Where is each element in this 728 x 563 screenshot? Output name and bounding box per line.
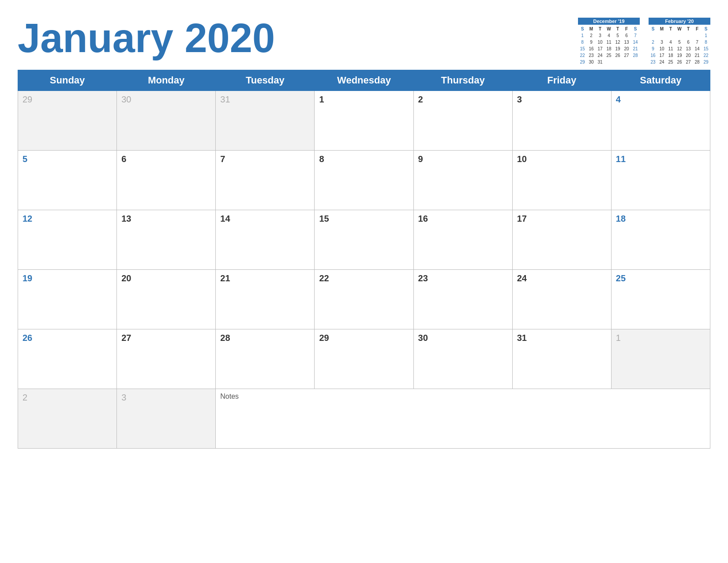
- dec-d27: 27: [622, 52, 631, 59]
- feb-dow-thu: T: [684, 26, 693, 32]
- feb-d13: 13: [684, 45, 693, 52]
- feb-d5: 5: [675, 39, 684, 45]
- feb-d21: 21: [693, 52, 702, 59]
- feb-d29: 29: [702, 59, 710, 65]
- feb-d22: 22: [702, 52, 710, 59]
- dec-d7: 7: [631, 32, 640, 39]
- feb-d20: 20: [684, 52, 693, 59]
- cell-feb-3: 3: [117, 389, 216, 449]
- dec-d17: 17: [596, 45, 604, 52]
- week-row-1: 29 30 31 1 2 3 4: [18, 91, 710, 151]
- dow-mon: M: [587, 26, 596, 32]
- cell-jan-3: 3: [512, 91, 611, 151]
- dec-d18: 18: [604, 45, 613, 52]
- dec-d19: 19: [613, 45, 622, 52]
- cell-jan-24: 24: [512, 270, 611, 329]
- feb-d27: 27: [684, 59, 693, 65]
- feb-d3: 3: [657, 39, 666, 45]
- mini-cal-december: December '19 S M T W T F S 1 2 3 4 5 6 7…: [578, 18, 640, 65]
- feb-d17: 17: [657, 52, 666, 59]
- month-title: January 2020: [18, 18, 275, 58]
- dec-d31: 31: [596, 59, 604, 65]
- dec-d10: 10: [596, 39, 604, 45]
- feb-dow-sat: S: [702, 26, 710, 32]
- dec-d11: 11: [604, 39, 613, 45]
- week-row-2: 5 6 7 8 9 10 11: [18, 151, 710, 210]
- col-wednesday: Wednesday: [315, 70, 413, 91]
- cell-jan-13: 13: [117, 210, 216, 270]
- dec-d28: 28: [631, 52, 640, 59]
- feb-d25: 25: [666, 59, 675, 65]
- cell-jan-7: 7: [216, 151, 315, 210]
- feb-d11: 11: [666, 45, 675, 52]
- feb-e5: [684, 32, 693, 39]
- col-thursday: Thursday: [413, 70, 512, 91]
- cell-jan-5: 5: [18, 151, 117, 210]
- feb-dow-fri: F: [693, 26, 702, 32]
- dec-d30: 30: [587, 59, 596, 65]
- cell-jan-4: 4: [611, 91, 710, 151]
- feb-dow-mon: M: [657, 26, 666, 32]
- col-tuesday: Tuesday: [216, 70, 315, 91]
- dow-tue: T: [596, 26, 604, 32]
- dow-sun: S: [578, 26, 587, 32]
- dec-d5: 5: [613, 32, 622, 39]
- cell-jan-12: 12: [18, 210, 117, 270]
- dec-d2: 2: [587, 32, 596, 39]
- feb-e6: [693, 32, 702, 39]
- cell-jan-19: 19: [18, 270, 117, 329]
- dec-d9: 9: [587, 39, 596, 45]
- dec-empty1: [604, 59, 613, 65]
- dec-d8: 8: [578, 39, 587, 45]
- calendar-table: Sunday Monday Tuesday Wednesday Thursday…: [18, 70, 710, 449]
- week-row-last: 2 3 Notes: [18, 389, 710, 449]
- col-sunday: Sunday: [18, 70, 117, 91]
- cell-jan-10: 10: [512, 151, 611, 210]
- notes-cell: Notes: [216, 389, 710, 449]
- feb-dow-sun: S: [649, 26, 657, 32]
- col-friday: Friday: [512, 70, 611, 91]
- dow-thu: T: [613, 26, 622, 32]
- cell-jan-26: 26: [18, 329, 117, 389]
- week-row-4: 19 20 21 22 23 24 25: [18, 270, 710, 329]
- dec-d14: 14: [631, 39, 640, 45]
- dec-d22: 22: [578, 52, 587, 59]
- feb-e3: [666, 32, 675, 39]
- week-row-5: 26 27 28 29 30 31 1: [18, 329, 710, 389]
- feb-d28: 28: [693, 59, 702, 65]
- feb-d23: 23: [649, 59, 657, 65]
- dec-d15: 15: [578, 45, 587, 52]
- cell-jan-11: 11: [611, 151, 710, 210]
- mini-cal-february-grid: S M T W T F S 1 2 3 4 5 6 7: [649, 26, 710, 65]
- dec-d24: 24: [596, 52, 604, 59]
- cell-jan-28: 28: [216, 329, 315, 389]
- cell-jan-17: 17: [512, 210, 611, 270]
- feb-d4: 4: [666, 39, 675, 45]
- cell-jan-15: 15: [315, 210, 413, 270]
- cell-jan-14: 14: [216, 210, 315, 270]
- dec-d29: 29: [578, 59, 587, 65]
- feb-d9: 9: [649, 45, 657, 52]
- cell-jan-9: 9: [413, 151, 512, 210]
- feb-dow-wed: W: [675, 26, 684, 32]
- dec-d3: 3: [596, 32, 604, 39]
- cell-dec-31: 31: [216, 91, 315, 151]
- feb-d16: 16: [649, 52, 657, 59]
- cell-jan-2: 2: [413, 91, 512, 151]
- feb-d1: 1: [702, 32, 710, 39]
- feb-d12: 12: [675, 45, 684, 52]
- mini-cal-february: February '20 S M T W T F S 1 2 3 4 5: [649, 18, 710, 65]
- feb-d8: 8: [702, 39, 710, 45]
- feb-e1: [649, 32, 657, 39]
- calendar-header: January 2020 December '19 S M T W T F S …: [18, 13, 710, 65]
- dec-d25: 25: [604, 52, 613, 59]
- cell-jan-22: 22: [315, 270, 413, 329]
- feb-d6: 6: [684, 39, 693, 45]
- dec-empty3: [622, 59, 631, 65]
- feb-e4: [675, 32, 684, 39]
- col-monday: Monday: [117, 70, 216, 91]
- col-saturday: Saturday: [611, 70, 710, 91]
- calendar-header-row: Sunday Monday Tuesday Wednesday Thursday…: [18, 70, 710, 91]
- feb-d26: 26: [675, 59, 684, 65]
- feb-e2: [657, 32, 666, 39]
